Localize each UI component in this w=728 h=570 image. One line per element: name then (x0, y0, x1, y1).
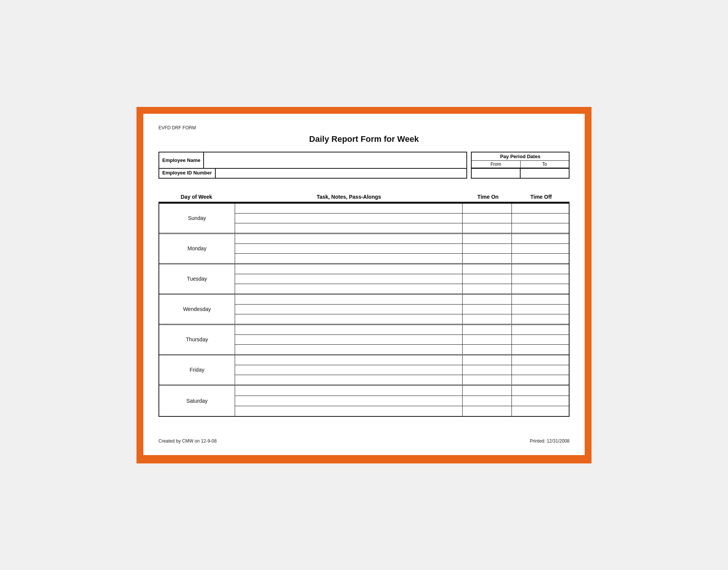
inner-page: EVFD DRF FORM Daily Report Form for Week… (143, 114, 585, 455)
task-line[interactable] (235, 305, 462, 314)
time-on-line[interactable] (463, 223, 511, 233)
task-line[interactable] (235, 214, 462, 223)
tasks-cell-monday[interactable] (235, 234, 463, 263)
time-on-cell-saturday[interactable] (463, 386, 512, 416)
time-on-line[interactable] (463, 355, 511, 365)
time-on-cell-tuesday[interactable] (463, 264, 512, 294)
employee-name-input[interactable] (204, 152, 467, 169)
time-on-line[interactable] (463, 386, 511, 396)
day-rows-container: Sunday (158, 203, 570, 417)
time-off-cell-monday[interactable] (512, 234, 569, 263)
tasks-cell-saturday[interactable] (235, 386, 463, 416)
time-on-line[interactable] (463, 335, 511, 345)
time-on-line[interactable] (463, 305, 511, 314)
pay-period-to-input[interactable] (521, 168, 570, 179)
time-off-cell-wednesday[interactable] (512, 295, 569, 324)
time-off-cell-friday[interactable] (512, 355, 569, 385)
time-off-line[interactable] (512, 214, 569, 223)
table-header-row: Day of Week Task, Notes, Pass-Alongs Tim… (158, 194, 570, 203)
time-off-line[interactable] (512, 223, 569, 233)
time-off-line[interactable] (512, 204, 569, 214)
time-on-line[interactable] (463, 396, 511, 406)
tasks-cell-thursday[interactable] (235, 325, 463, 354)
task-line[interactable] (235, 386, 462, 396)
time-on-line[interactable] (463, 264, 511, 274)
time-off-line[interactable] (512, 305, 569, 314)
time-on-cell-monday[interactable] (463, 234, 512, 263)
task-line[interactable] (235, 345, 462, 354)
time-on-cell-sunday[interactable] (463, 204, 512, 233)
task-line[interactable] (235, 365, 462, 375)
page-title: Daily Report Form for Week (158, 134, 570, 144)
task-line[interactable] (235, 244, 462, 254)
task-line[interactable] (235, 204, 462, 214)
time-off-line[interactable] (512, 365, 569, 375)
time-off-line[interactable] (512, 254, 569, 263)
task-line[interactable] (235, 314, 462, 324)
time-on-line[interactable] (463, 254, 511, 263)
time-on-line[interactable] (463, 365, 511, 375)
task-line[interactable] (235, 223, 462, 233)
time-off-line[interactable] (512, 295, 569, 305)
time-on-cell-thursday[interactable] (463, 325, 512, 354)
pay-period-from-input[interactable] (471, 168, 521, 179)
time-off-line[interactable] (512, 264, 569, 274)
table-row: Monday (159, 234, 569, 264)
task-line[interactable] (235, 325, 462, 335)
time-on-line[interactable] (463, 204, 511, 214)
time-on-line[interactable] (463, 345, 511, 354)
time-on-line[interactable] (463, 375, 511, 385)
task-line[interactable] (235, 264, 462, 274)
time-off-cell-sunday[interactable] (512, 204, 569, 233)
time-on-line[interactable] (463, 214, 511, 223)
time-off-line[interactable] (512, 396, 569, 406)
time-on-line[interactable] (463, 295, 511, 305)
time-on-line[interactable] (463, 244, 511, 254)
task-line[interactable] (235, 406, 462, 416)
pay-period-from-header: From (472, 161, 521, 168)
time-off-line[interactable] (512, 284, 569, 294)
tasks-cell-wednesday[interactable] (235, 295, 463, 324)
time-off-line[interactable] (512, 325, 569, 335)
time-off-cell-thursday[interactable] (512, 325, 569, 354)
time-off-line[interactable] (512, 274, 569, 284)
time-off-line[interactable] (512, 244, 569, 254)
time-on-cell-friday[interactable] (463, 355, 512, 385)
task-line[interactable] (235, 234, 462, 244)
tasks-cell-tuesday[interactable] (235, 264, 463, 294)
time-on-line[interactable] (463, 406, 511, 416)
printed-date: Printed: 12/31/2008 (530, 438, 570, 444)
task-line[interactable] (235, 295, 462, 305)
time-on-line[interactable] (463, 314, 511, 324)
task-line[interactable] (235, 375, 462, 385)
task-line[interactable] (235, 274, 462, 284)
task-line[interactable] (235, 284, 462, 294)
task-line[interactable] (235, 254, 462, 263)
time-on-cell-wednesday[interactable] (463, 295, 512, 324)
time-on-line[interactable] (463, 274, 511, 284)
time-on-line[interactable] (463, 234, 511, 244)
pay-period-title: Pay Period Dates (472, 152, 569, 161)
tasks-cell-sunday[interactable] (235, 204, 463, 233)
tasks-cell-friday[interactable] (235, 355, 463, 385)
time-off-line[interactable] (512, 314, 569, 324)
task-line[interactable] (235, 335, 462, 345)
employee-id-input[interactable] (216, 168, 467, 179)
time-off-line[interactable] (512, 406, 569, 416)
table-row: Tuesday (159, 264, 569, 295)
time-off-line[interactable] (512, 355, 569, 365)
time-off-line[interactable] (512, 335, 569, 345)
task-line[interactable] (235, 355, 462, 365)
time-on-line[interactable] (463, 284, 511, 294)
day-name-wednesday: Wendesday (159, 295, 235, 324)
employee-name-label: Employee Name (158, 152, 204, 169)
time-off-line[interactable] (512, 345, 569, 354)
task-line[interactable] (235, 396, 462, 406)
time-off-line[interactable] (512, 386, 569, 396)
time-off-line[interactable] (512, 375, 569, 385)
report-table-section: Day of Week Task, Notes, Pass-Alongs Tim… (158, 194, 570, 427)
time-off-cell-saturday[interactable] (512, 386, 569, 416)
time-off-cell-tuesday[interactable] (512, 264, 569, 294)
time-on-line[interactable] (463, 325, 511, 335)
time-off-line[interactable] (512, 234, 569, 244)
